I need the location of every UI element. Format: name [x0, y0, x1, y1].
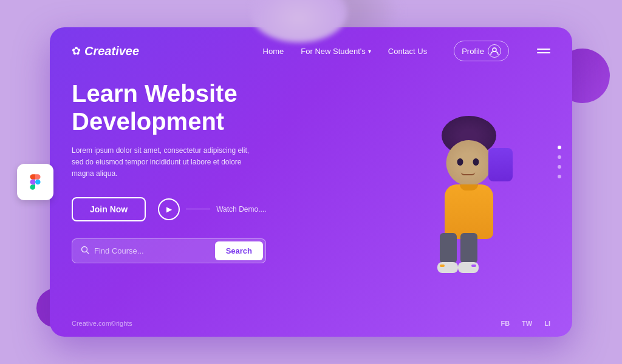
- join-now-button[interactable]: Join Now: [72, 197, 146, 221]
- course-search-input[interactable]: [94, 246, 210, 255]
- character-body: [445, 184, 493, 239]
- character-figure: [408, 81, 530, 275]
- nav-new-students[interactable]: For New Student's ▾: [301, 47, 371, 56]
- social-links: FB TW LI: [501, 320, 550, 327]
- profile-avatar-icon: [488, 44, 501, 58]
- logo-area: ✿ Creativee: [72, 44, 263, 58]
- nav-home[interactable]: Home: [263, 47, 284, 56]
- svg-point-1: [82, 246, 87, 252]
- dot-1[interactable]: [558, 146, 561, 149]
- hero-buttons: Join Now ▶ Watch Demo....: [72, 197, 327, 221]
- logo-flower-icon: ✿: [72, 44, 81, 58]
- character-leg-left: [440, 233, 457, 263]
- dot-2[interactable]: [558, 155, 561, 159]
- watch-demo-label: Watch Demo....: [216, 205, 266, 214]
- social-fb[interactable]: FB: [501, 320, 510, 327]
- hero-section: Learn Website Development Lorem ipsum do…: [50, 61, 572, 263]
- dot-3[interactable]: [558, 165, 561, 169]
- hero-character: [384, 69, 554, 275]
- character-backpack: [488, 148, 513, 181]
- hamburger-menu[interactable]: [537, 49, 550, 53]
- nav-links: Home For New Student's ▾ Contact Us Prof…: [263, 41, 550, 61]
- search-icon: [81, 246, 89, 256]
- character-shoe-left: [437, 262, 458, 273]
- card-footer: Creative.com©rights FB TW LI: [72, 320, 550, 327]
- character-leg-right: [460, 233, 477, 263]
- dot-4[interactable]: [558, 175, 561, 178]
- hero-description: Lorem ipsum dolor sit amet, consectetur …: [72, 145, 260, 180]
- hero-title: Learn Website Development: [72, 79, 327, 135]
- watch-demo-line: [186, 209, 210, 209]
- hero-left-content: Learn Website Development Lorem ipsum do…: [72, 79, 327, 263]
- profile-button[interactable]: Profile: [454, 41, 509, 61]
- character-shoe-right: [458, 262, 479, 273]
- copyright-text: Creative.com©rights: [72, 320, 132, 327]
- figma-icon: [26, 170, 45, 194]
- top-cloud-decoration: [250, 0, 347, 42]
- hamburger-line-2: [537, 52, 550, 53]
- search-bar: Search: [72, 238, 266, 263]
- character-head: [446, 140, 492, 186]
- social-li[interactable]: LI: [544, 320, 550, 327]
- search-button[interactable]: Search: [215, 241, 263, 260]
- main-card: ✿ Creativee Home For New Student's ▾ Con…: [50, 27, 572, 337]
- logo-text: Creativee: [84, 44, 139, 58]
- figma-card: [17, 164, 53, 200]
- dots-navigation: [558, 146, 561, 178]
- watch-demo-button[interactable]: ▶ Watch Demo....: [158, 198, 266, 220]
- profile-label: Profile: [462, 47, 484, 56]
- play-icon: ▶: [158, 198, 180, 220]
- svg-point-0: [493, 48, 496, 52]
- social-tw[interactable]: TW: [522, 320, 532, 327]
- chevron-down-icon: ▾: [368, 48, 371, 55]
- nav-contact[interactable]: Contact Us: [388, 47, 427, 56]
- hamburger-line-1: [537, 49, 550, 50]
